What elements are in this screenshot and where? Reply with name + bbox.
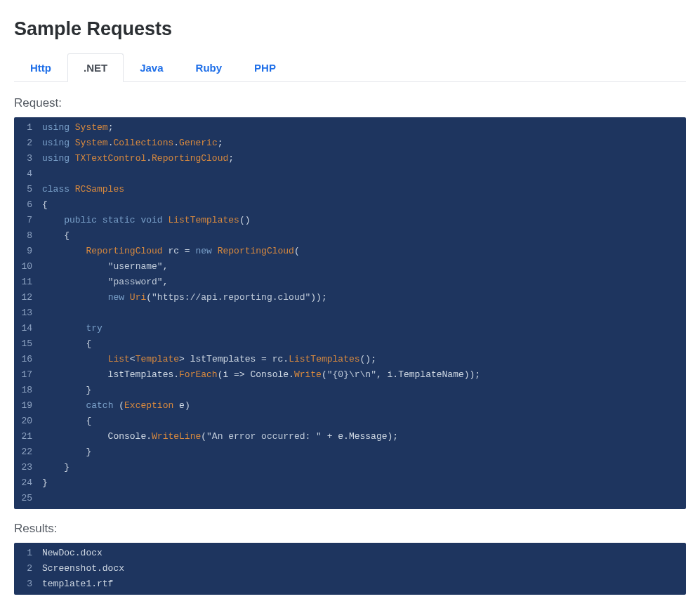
code-line: 17 lstTemplates.ForEach(i => Console.Wri… [14, 367, 686, 383]
line-number: 12 [14, 290, 42, 305]
line-number: 16 [14, 352, 42, 367]
result-content: Screenshot.docx [42, 561, 686, 576]
code-content: "password", [42, 275, 686, 290]
line-number: 5 [14, 182, 42, 197]
code-content: try [42, 321, 686, 336]
line-number: 1 [14, 120, 42, 136]
line-number: 1 [14, 546, 42, 561]
code-content: using System.Collections.Generic; [42, 136, 686, 151]
code-content: { [42, 197, 686, 213]
code-line: 4 [14, 166, 686, 182]
code-line: 7 public static void ListTemplates() [14, 213, 686, 228]
line-number: 18 [14, 383, 42, 398]
code-line: 12 new Uri("https://api.reporting.cloud"… [14, 290, 686, 305]
line-number: 2 [14, 561, 42, 576]
code-content: catch (Exception e) [42, 398, 686, 414]
line-number: 15 [14, 336, 42, 352]
code-line: 6{ [14, 197, 686, 213]
code-line: 8 { [14, 228, 686, 244]
tab-ruby[interactable]: Ruby [180, 53, 239, 82]
code-content: using System; [42, 120, 686, 136]
code-content [42, 491, 686, 506]
result-content: NewDoc.docx [42, 546, 686, 561]
line-number: 25 [14, 491, 42, 506]
code-content: } [42, 475, 686, 491]
code-line: 5class RCSamples [14, 182, 686, 197]
line-number: 2 [14, 136, 42, 151]
result-content: template1.rtf [42, 576, 686, 592]
line-number: 7 [14, 213, 42, 228]
line-number: 10 [14, 259, 42, 275]
code-line: 20 { [14, 414, 686, 429]
tab-net[interactable]: .NET [67, 53, 124, 82]
code-line: 25 [14, 491, 686, 506]
line-number: 17 [14, 367, 42, 383]
code-line: 22 } [14, 444, 686, 460]
page-title: Sample Requests [14, 18, 686, 40]
code-line: 23 } [14, 460, 686, 475]
line-number: 22 [14, 444, 42, 460]
line-number: 4 [14, 166, 42, 182]
code-line: 19 catch (Exception e) [14, 398, 686, 414]
tab-java[interactable]: Java [124, 53, 179, 82]
results-label: Results: [14, 522, 686, 536]
line-number: 8 [14, 228, 42, 244]
code-line: 15 { [14, 336, 686, 352]
line-number: 11 [14, 275, 42, 290]
code-line: 2using System.Collections.Generic; [14, 136, 686, 151]
code-content: List<Template> lstTemplates = rc.ListTem… [42, 352, 686, 367]
code-line: 10 "username", [14, 259, 686, 275]
code-line: 24} [14, 475, 686, 491]
line-number: 21 [14, 429, 42, 444]
tab-php[interactable]: PHP [238, 53, 292, 82]
code-content: Console.WriteLine("An error occurred: " … [42, 429, 686, 444]
line-number: 23 [14, 460, 42, 475]
code-content [42, 305, 686, 321]
code-line: 14 try [14, 321, 686, 336]
code-content: { [42, 414, 686, 429]
line-number: 13 [14, 305, 42, 321]
code-line: 3using TXTextControl.ReportingCloud; [14, 151, 686, 166]
code-content: } [42, 444, 686, 460]
line-number: 20 [14, 414, 42, 429]
request-label: Request: [14, 96, 686, 110]
code-content: { [42, 228, 686, 244]
code-line: 1using System; [14, 120, 686, 136]
code-content: using TXTextControl.ReportingCloud; [42, 151, 686, 166]
line-number: 3 [14, 576, 42, 592]
code-content: class RCSamples [42, 182, 686, 197]
line-number: 9 [14, 244, 42, 259]
code-content: lstTemplates.ForEach(i => Console.Write(… [42, 367, 686, 383]
code-line: 9 ReportingCloud rc = new ReportingCloud… [14, 244, 686, 259]
results-code-block: 1NewDoc.docx2Screenshot.docx3template1.r… [14, 543, 686, 595]
line-number: 24 [14, 475, 42, 491]
code-content: { [42, 336, 686, 352]
code-content: new Uri("https://api.reporting.cloud")); [42, 290, 686, 305]
result-line: 1NewDoc.docx [14, 546, 686, 561]
request-code-block: 1using System;2using System.Collections.… [14, 117, 686, 509]
code-line: 16 List<Template> lstTemplates = rc.List… [14, 352, 686, 367]
code-line: 11 "password", [14, 275, 686, 290]
code-content: "username", [42, 259, 686, 275]
line-number: 14 [14, 321, 42, 336]
line-number: 3 [14, 151, 42, 166]
code-content: } [42, 460, 686, 475]
tab-http[interactable]: Http [14, 53, 67, 82]
code-line: 13 [14, 305, 686, 321]
code-content: public static void ListTemplates() [42, 213, 686, 228]
code-line: 21 Console.WriteLine("An error occurred:… [14, 429, 686, 444]
code-content: } [42, 383, 686, 398]
code-content [42, 166, 686, 182]
line-number: 19 [14, 398, 42, 414]
code-content: ReportingCloud rc = new ReportingCloud( [42, 244, 686, 259]
result-line: 3template1.rtf [14, 576, 686, 592]
result-line: 2Screenshot.docx [14, 561, 686, 576]
line-number: 6 [14, 197, 42, 213]
code-line: 18 } [14, 383, 686, 398]
language-tabs: Http.NETJavaRubyPHP [14, 53, 686, 82]
